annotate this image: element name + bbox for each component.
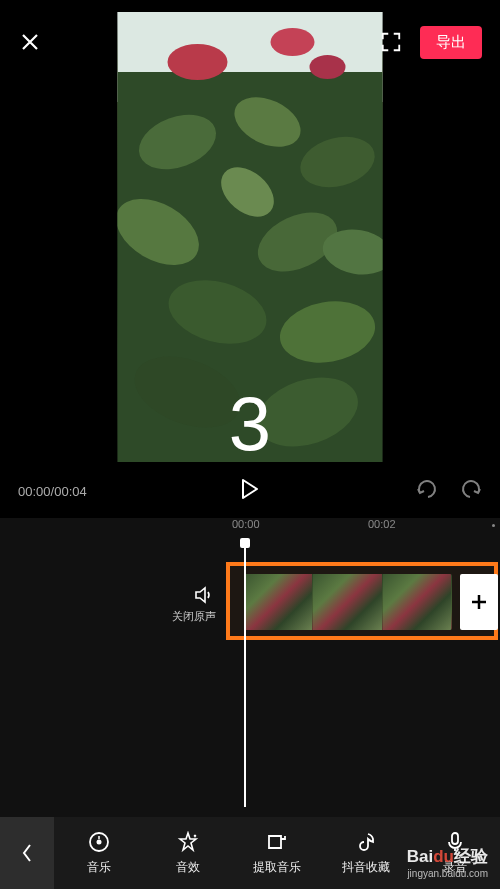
play-icon (241, 479, 259, 499)
tool-label: 提取音乐 (253, 859, 301, 876)
close-icon (18, 30, 42, 54)
ruler-tick: 00:02 (368, 518, 396, 530)
close-button[interactable] (18, 30, 42, 54)
clip-thumbnail (313, 574, 382, 630)
add-clip-button[interactable] (460, 574, 498, 630)
sound-effect-icon (177, 831, 199, 853)
playhead[interactable] (244, 540, 246, 807)
tool-label: 抖音收藏 (342, 859, 390, 876)
ruler-dot (492, 524, 495, 527)
tool-label: 音效 (176, 859, 200, 876)
redo-icon (458, 479, 482, 499)
tool-label: 音乐 (87, 859, 111, 876)
extract-music-icon (266, 831, 288, 853)
music-disc-icon (88, 831, 110, 853)
play-button[interactable] (241, 479, 259, 503)
undo-icon (416, 479, 440, 499)
douyin-icon (355, 831, 377, 853)
chevron-left-icon (21, 843, 33, 863)
expand-icon (380, 31, 402, 53)
top-bar: 导出 (0, 20, 500, 64)
clip-thumbnail (244, 574, 313, 630)
back-button[interactable] (0, 817, 54, 889)
timeline-ruler: 00:00 00:02 (0, 518, 500, 538)
mute-label: 关闭原声 (172, 609, 216, 624)
timeline[interactable]: 00:00 00:02 关闭原声 (0, 518, 500, 817)
fullscreen-button[interactable] (380, 31, 402, 53)
tool-music[interactable]: 音乐 (54, 830, 143, 876)
video-clip[interactable] (244, 574, 452, 630)
plus-icon (469, 592, 489, 612)
tool-douyin-favorites[interactable]: 抖音收藏 (322, 830, 411, 876)
redo-button[interactable] (458, 479, 482, 503)
clip-thumbnail (383, 574, 452, 630)
speaker-icon (194, 585, 216, 605)
tool-extract-music[interactable]: 提取音乐 (232, 830, 321, 876)
tool-sound-effect[interactable]: 音效 (143, 830, 232, 876)
ruler-tick: 00:00 (232, 518, 260, 530)
mute-original-button[interactable]: 关闭原声 (0, 585, 224, 624)
export-button[interactable]: 导出 (420, 26, 482, 59)
svg-rect-18 (452, 833, 458, 844)
svg-point-17 (96, 840, 101, 845)
video-preview[interactable]: 3 (118, 12, 383, 462)
countdown-overlay: 3 (229, 386, 271, 462)
time-display: 00:00/00:04 (18, 484, 87, 499)
undo-button[interactable] (416, 479, 440, 503)
watermark: Baidu经验 jingyan.baidu.com (407, 845, 488, 879)
playback-bar: 00:00/00:04 (0, 476, 500, 506)
